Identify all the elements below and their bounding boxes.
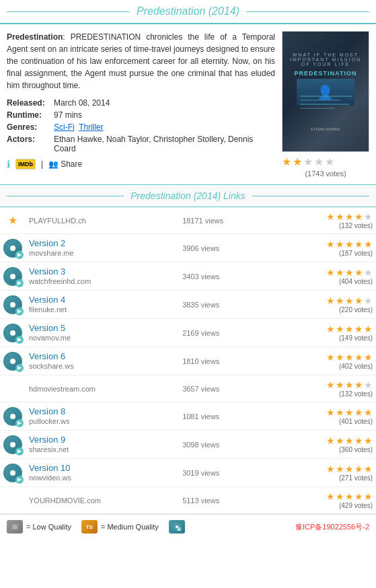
link-name[interactable]: Version 5 <box>29 323 65 333</box>
table-row[interactable]: ▶ Version 4 filenuke.net 3835 views ★★★★… <box>0 291 376 319</box>
link-name[interactable]: Version 9 <box>29 435 65 445</box>
link-name[interactable]: Version 10 <box>29 463 70 473</box>
genres-row: Genres: Sci-Fi Thriller <box>7 122 275 132</box>
link-icon-cell: ▶ <box>0 262 26 291</box>
link-star-2: ★ <box>336 267 344 278</box>
link-star-5: ★ <box>364 267 373 278</box>
link-star-2: ★ <box>336 211 344 222</box>
link-star-2: ★ <box>336 491 344 502</box>
link-url: nowvideo.ws <box>29 474 71 482</box>
link-star-5: ★ <box>364 464 373 474</box>
link-url: sockshare.ws <box>29 362 74 370</box>
genre-scifi-link[interactable]: Sci-Fi <box>54 122 75 132</box>
link-star-4: ★ <box>354 379 363 390</box>
link-views: 5113 views <box>182 497 219 505</box>
link-star-2: ★ <box>336 435 344 446</box>
table-row[interactable]: ▶ Version 3 watchfreeinhd.com 3403 views… <box>0 262 376 291</box>
link-star-3: ★ <box>345 464 354 474</box>
header-line-right <box>246 11 369 12</box>
dvd-icon: ▶ <box>3 464 22 482</box>
link-star-4: ★ <box>354 295 363 306</box>
share-button[interactable]: 👥 Share <box>48 159 82 169</box>
link-star-3: ★ <box>345 239 354 250</box>
link-star-3: ★ <box>345 407 354 418</box>
link-star-1: ★ <box>326 352 335 363</box>
link-info-cell: Version 2 movshare.me <box>26 234 179 262</box>
link-star-2: ★ <box>336 464 344 474</box>
share-label: Share <box>61 159 82 169</box>
table-row[interactable]: ▶ Version 10 nowvideo.ws 3019 views ★★★★… <box>0 459 376 487</box>
link-info-cell: Version 3 watchfreeinhd.com <box>26 262 179 291</box>
link-rating-cell: ★★★★★ (187 votes) <box>272 234 376 262</box>
link-star-3: ★ <box>345 435 354 446</box>
link-views: 18171 views <box>182 217 223 225</box>
imdb-badge[interactable]: IMDb <box>15 159 36 170</box>
link-views: 1810 views <box>182 357 219 365</box>
link-name[interactable]: Version 2 <box>29 238 65 248</box>
link-star-4: ★ <box>354 239 363 250</box>
link-info-cell: Version 8 putlocker.ws <box>26 402 179 431</box>
page-title: Predestination (2014) <box>130 5 246 17</box>
link-rating-cell: ★★★★★ (404 votes) <box>272 262 376 291</box>
link-star-1: ★ <box>326 267 335 278</box>
link-url: PLAYFULLHD.ch <box>29 217 86 225</box>
link-star-2: ★ <box>336 295 344 306</box>
link-name[interactable]: Version 3 <box>29 266 65 277</box>
link-views: 3098 views <box>182 441 219 449</box>
genre-thriller-link[interactable]: Thriller <box>79 122 104 132</box>
link-votes: (404 votes) <box>276 278 373 285</box>
link-info-cell: hdmoviestream.com <box>26 375 179 402</box>
imdb-share-row: ℹ IMDb | 👥 Share <box>7 159 275 170</box>
poster-tagline: WHAT IF THE MOST IMPORTANT MISSION OF YO… <box>289 52 362 67</box>
link-rating-cell: ★★★★★ (132 votes) <box>272 375 376 402</box>
main-content: Predestination: PREDESTINATION chronicle… <box>0 24 376 184</box>
mq-icon: TS <box>81 520 98 534</box>
links-line-left <box>7 196 124 196</box>
link-star-5: ★ <box>364 407 373 418</box>
table-row[interactable]: hdmoviestream.com 3657 views ★★★★★ (132 … <box>0 375 376 402</box>
table-row[interactable]: ▶ Version 6 sockshare.ws 1810 views ★★★★… <box>0 347 376 375</box>
link-star-3: ★ <box>345 211 354 222</box>
link-star-4: ★ <box>354 464 363 474</box>
link-icon-cell: ▶ <box>0 459 26 487</box>
info-circle-icon: ℹ <box>7 159 10 170</box>
table-row[interactable]: ▶ Version 9 sharesix.net 3098 views ★★★★… <box>0 431 376 459</box>
link-votes: (429 votes) <box>276 502 373 509</box>
table-row[interactable]: ★ PLAYFULLHD.ch 18171 views ★★★★★ (132 v… <box>0 207 376 234</box>
link-views-cell: 3906 views <box>179 234 272 262</box>
table-row[interactable]: ▶ Version 8 putlocker.ws 1081 views ★★★★… <box>0 402 376 431</box>
dvd-arrow: ▶ <box>15 476 24 484</box>
link-icon-cell: ▶ <box>0 347 26 375</box>
link-views: 3906 views <box>182 244 219 252</box>
links-line-right <box>252 196 369 196</box>
actors-label: Actors: <box>7 135 50 153</box>
released-value: March 08, 2014 <box>54 98 110 108</box>
link-name[interactable]: Version 8 <box>29 406 65 416</box>
legend-mq: TS = Medium Quality <box>81 520 159 534</box>
link-rating-cell: ★★★★★ (149 votes) <box>272 319 376 347</box>
table-row[interactable]: ▶ Version 5 novamov.me 2169 views ★★★★★ … <box>0 319 376 347</box>
link-votes: (271 votes) <box>276 474 373 482</box>
link-star-3: ★ <box>345 379 354 390</box>
poster-bars <box>300 96 358 110</box>
link-icon-cell: ★ <box>0 207 26 234</box>
link-name[interactable]: Version 6 <box>29 351 65 361</box>
link-star-2: ★ <box>336 324 344 334</box>
star-4: ★ <box>314 155 324 168</box>
link-name[interactable]: Version 4 <box>29 295 65 305</box>
legend-bar: = Low Quality TS = Medium Quality ▶ 豫ICP… <box>0 514 376 539</box>
link-url: YOURHDMOVIE.com <box>29 497 101 505</box>
link-rating-cell: ★★★★★ (401 votes) <box>272 402 376 431</box>
link-views-cell: 3657 views <box>179 375 272 402</box>
poster-credits: ETHAN HAWKE <box>311 127 340 131</box>
table-row[interactable]: YOURHDMOVIE.com 5113 views ★★★★★ (429 vo… <box>0 487 376 514</box>
link-views-cell: 3019 views <box>179 459 272 487</box>
actors-value: Ethan Hawke, Noah Taylor, Christopher St… <box>54 135 275 153</box>
link-views-cell: 1810 views <box>179 347 272 375</box>
link-icon-cell: ▶ <box>0 431 26 459</box>
star-5: ★ <box>325 155 334 168</box>
link-star-4: ★ <box>354 267 363 278</box>
table-row[interactable]: ▶ Version 2 movshare.me 3906 views ★★★★★… <box>0 234 376 262</box>
link-rating-cell: ★★★★★ (429 votes) <box>272 487 376 514</box>
link-star-4: ★ <box>354 352 363 363</box>
